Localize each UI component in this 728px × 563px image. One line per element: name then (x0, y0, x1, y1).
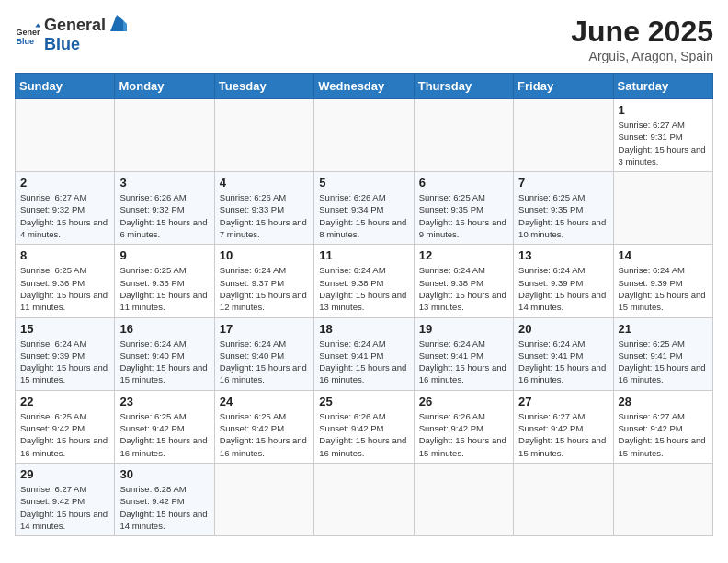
empty-cell (16, 99, 115, 172)
day-number: 23 (119, 395, 209, 408)
svg-marker-3 (110, 15, 123, 31)
calendar-week-row: 1Sunrise: 6:27 AMSunset: 9:31 PMDaylight… (16, 99, 713, 172)
calendar-day-10: 10Sunrise: 6:24 AMSunset: 9:37 PMDayligh… (214, 245, 313, 317)
day-number: 13 (518, 248, 608, 262)
calendar-day-21: 21Sunrise: 6:25 AMSunset: 9:41 PMDayligh… (613, 317, 712, 390)
calendar-day-18: 18Sunrise: 6:24 AMSunset: 9:41 PMDayligh… (314, 317, 414, 390)
empty-cell (514, 463, 613, 535)
calendar-subtitle: Arguis, Aragon, Spain (571, 49, 713, 63)
day-info: Sunrise: 6:24 AMSunset: 9:41 PMDaylight:… (518, 338, 608, 386)
day-number: 6 (419, 176, 508, 190)
calendar-day-8: 8Sunrise: 6:25 AMSunset: 9:36 PMDaylight… (16, 245, 115, 317)
day-info: Sunrise: 6:25 AMSunset: 9:35 PMDaylight:… (518, 191, 608, 240)
day-info: Sunrise: 6:24 AMSunset: 9:40 PMDaylight:… (220, 338, 309, 386)
day-info: Sunrise: 6:26 AMSunset: 9:42 PMDaylight:… (319, 410, 408, 459)
empty-cell (314, 463, 414, 535)
day-number: 15 (20, 322, 109, 336)
calendar-day-19: 19Sunrise: 6:24 AMSunset: 9:41 PMDayligh… (414, 317, 513, 390)
calendar-day-22: 22Sunrise: 6:25 AMSunset: 9:42 PMDayligh… (16, 390, 115, 463)
page-header: General Blue General Blue June 2025 Argu… (15, 15, 713, 63)
day-info: Sunrise: 6:25 AMSunset: 9:36 PMDaylight:… (20, 264, 109, 313)
logo: General Blue General Blue (15, 15, 128, 54)
day-info: Sunrise: 6:26 AMSunset: 9:32 PMDaylight:… (119, 191, 209, 240)
day-number: 17 (220, 322, 309, 336)
calendar-day-5: 5Sunrise: 6:26 AMSunset: 9:34 PMDaylight… (314, 172, 414, 245)
day-info: Sunrise: 6:24 AMSunset: 9:40 PMDaylight:… (119, 338, 209, 386)
calendar-header-row: SundayMondayTuesdayWednesdayThursdayFrid… (16, 74, 713, 99)
day-number: 9 (119, 248, 209, 262)
calendar-header-wednesday: Wednesday (314, 74, 414, 99)
day-number: 11 (319, 248, 408, 262)
day-number: 14 (619, 248, 708, 262)
day-info: Sunrise: 6:24 AMSunset: 9:39 PMDaylight:… (518, 264, 608, 313)
day-info: Sunrise: 6:24 AMSunset: 9:38 PMDaylight:… (419, 264, 508, 313)
calendar-week-row: 22Sunrise: 6:25 AMSunset: 9:42 PMDayligh… (16, 390, 713, 463)
day-info: Sunrise: 6:27 AMSunset: 9:42 PMDaylight:… (619, 410, 708, 459)
day-info: Sunrise: 6:28 AMSunset: 9:42 PMDaylight:… (119, 483, 209, 532)
day-info: Sunrise: 6:25 AMSunset: 9:42 PMDaylight:… (220, 410, 309, 459)
day-number: 3 (119, 176, 209, 190)
empty-cell (613, 172, 712, 245)
empty-cell (514, 99, 613, 172)
calendar-header-tuesday: Tuesday (214, 74, 313, 99)
calendar-week-row: 29Sunrise: 6:27 AMSunset: 9:42 PMDayligh… (16, 463, 713, 535)
calendar-day-25: 25Sunrise: 6:26 AMSunset: 9:42 PMDayligh… (314, 390, 414, 463)
day-number: 16 (119, 322, 209, 336)
day-number: 1 (619, 103, 708, 117)
empty-cell (414, 99, 513, 172)
day-info: Sunrise: 6:26 AMSunset: 9:34 PMDaylight:… (319, 191, 408, 240)
calendar-day-1: 1Sunrise: 6:27 AMSunset: 9:31 PMDaylight… (613, 99, 712, 172)
calendar-day-30: 30Sunrise: 6:28 AMSunset: 9:42 PMDayligh… (115, 463, 214, 535)
calendar-day-16: 16Sunrise: 6:24 AMSunset: 9:40 PMDayligh… (115, 317, 214, 390)
day-number: 20 (518, 322, 608, 336)
day-number: 5 (319, 176, 408, 190)
calendar-day-24: 24Sunrise: 6:25 AMSunset: 9:42 PMDayligh… (214, 390, 313, 463)
calendar-day-20: 20Sunrise: 6:24 AMSunset: 9:41 PMDayligh… (514, 317, 613, 390)
day-info: Sunrise: 6:25 AMSunset: 9:36 PMDaylight:… (119, 264, 209, 313)
day-number: 30 (119, 467, 209, 481)
day-info: Sunrise: 6:27 AMSunset: 9:31 PMDaylight:… (619, 119, 708, 167)
day-info: Sunrise: 6:27 AMSunset: 9:42 PMDaylight:… (20, 483, 109, 532)
day-number: 25 (319, 395, 408, 408)
day-info: Sunrise: 6:26 AMSunset: 9:42 PMDaylight:… (419, 410, 508, 459)
day-info: Sunrise: 6:25 AMSunset: 9:41 PMDaylight:… (619, 338, 708, 386)
calendar-day-14: 14Sunrise: 6:24 AMSunset: 9:39 PMDayligh… (613, 245, 712, 317)
calendar-day-6: 6Sunrise: 6:25 AMSunset: 9:35 PMDaylight… (414, 172, 513, 245)
svg-marker-4 (123, 20, 127, 31)
empty-cell (613, 463, 712, 535)
title-block: June 2025 Arguis, Aragon, Spain (571, 15, 713, 63)
day-number: 8 (20, 248, 109, 262)
calendar-day-11: 11Sunrise: 6:24 AMSunset: 9:38 PMDayligh… (314, 245, 414, 317)
calendar-header-monday: Monday (115, 74, 214, 99)
day-info: Sunrise: 6:25 AMSunset: 9:42 PMDaylight:… (119, 410, 209, 459)
day-info: Sunrise: 6:26 AMSunset: 9:33 PMDaylight:… (220, 191, 309, 240)
day-number: 26 (419, 395, 508, 408)
svg-marker-2 (35, 23, 40, 27)
calendar-header-sunday: Sunday (16, 74, 115, 99)
logo-general: General (44, 16, 106, 35)
calendar-day-13: 13Sunrise: 6:24 AMSunset: 9:39 PMDayligh… (514, 245, 613, 317)
calendar-header-friday: Friday (514, 74, 613, 99)
calendar-header-thursday: Thursday (414, 74, 513, 99)
empty-cell (214, 99, 313, 172)
day-info: Sunrise: 6:24 AMSunset: 9:39 PMDaylight:… (20, 338, 109, 386)
calendar-day-4: 4Sunrise: 6:26 AMSunset: 9:33 PMDaylight… (214, 172, 313, 245)
calendar-week-row: 2Sunrise: 6:27 AMSunset: 9:32 PMDaylight… (16, 172, 713, 245)
empty-cell (115, 99, 214, 172)
day-info: Sunrise: 6:25 AMSunset: 9:42 PMDaylight:… (20, 410, 109, 459)
day-info: Sunrise: 6:24 AMSunset: 9:38 PMDaylight:… (319, 264, 408, 313)
day-number: 21 (619, 322, 708, 336)
day-info: Sunrise: 6:27 AMSunset: 9:32 PMDaylight:… (20, 191, 109, 240)
calendar-day-29: 29Sunrise: 6:27 AMSunset: 9:42 PMDayligh… (16, 463, 115, 535)
calendar-day-15: 15Sunrise: 6:24 AMSunset: 9:39 PMDayligh… (16, 317, 115, 390)
empty-cell (314, 99, 414, 172)
logo-triangle (107, 15, 127, 35)
day-info: Sunrise: 6:24 AMSunset: 9:39 PMDaylight:… (619, 264, 708, 313)
calendar-table: SundayMondayTuesdayWednesdayThursdayFrid… (15, 73, 713, 536)
day-number: 18 (319, 322, 408, 336)
logo-icon: General Blue (15, 22, 40, 48)
calendar-week-row: 15Sunrise: 6:24 AMSunset: 9:39 PMDayligh… (16, 317, 713, 390)
calendar-day-27: 27Sunrise: 6:27 AMSunset: 9:42 PMDayligh… (514, 390, 613, 463)
day-number: 2 (20, 176, 109, 190)
calendar-header-saturday: Saturday (613, 74, 712, 99)
